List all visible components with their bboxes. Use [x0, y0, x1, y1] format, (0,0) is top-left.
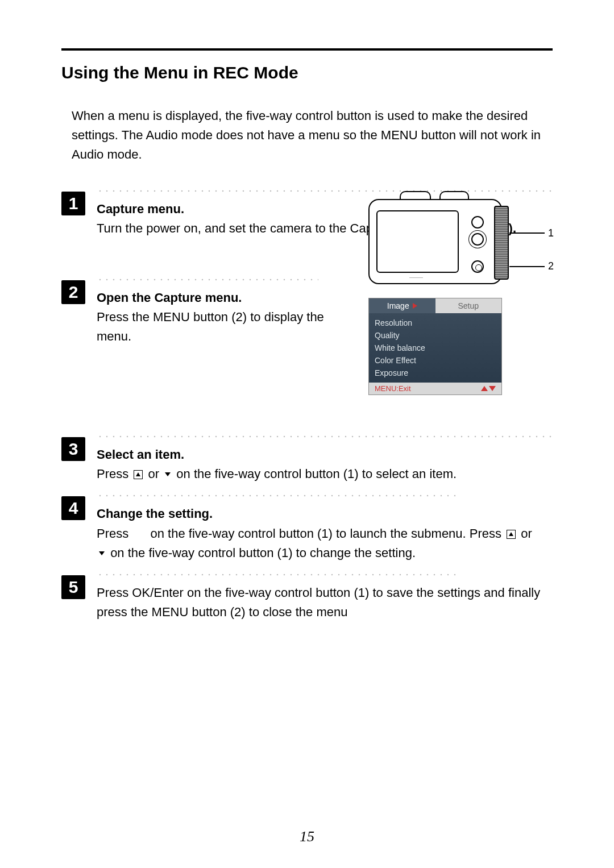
menu-item: Resolution	[375, 317, 496, 329]
camera-menu-button	[471, 260, 484, 273]
step-3-text-pre: Press	[97, 467, 132, 481]
step-5: 5 Press OK/Enter on the five-way control…	[61, 572, 553, 622]
down-arrow-icon	[98, 550, 106, 558]
up-arrow-icon	[134, 470, 143, 479]
menu-item: Exposure	[375, 367, 496, 379]
step-3-text-post: on the five-way control button (1) to se…	[176, 467, 457, 481]
step-1-heading: Capture menu.	[97, 202, 184, 216]
step-4-text-a-or: or	[521, 526, 532, 541]
up-arrow-icon	[507, 530, 516, 539]
right-arrow-icon	[413, 303, 417, 309]
menu-footer-label: MENU:Exit	[375, 384, 411, 393]
step-2-text: Press the MENU button (2) to display the…	[97, 308, 324, 346]
menu-item: Color Effect	[375, 354, 496, 367]
camera-illustration: ——— 1 2	[368, 199, 511, 284]
camera-button-top	[471, 216, 484, 229]
step-2-heading: Open the Capture menu.	[97, 290, 242, 305]
menu-nav-arrows-icon	[481, 384, 496, 393]
page-number: 15	[0, 828, 614, 845]
section-title: Using the Menu in REC Mode	[61, 63, 553, 82]
step-4-number: 4	[61, 496, 85, 520]
step-2-divider	[97, 277, 318, 283]
step-3: 3 Select an item. Press or on the five-w…	[61, 434, 553, 484]
step-3-number: 3	[61, 437, 85, 461]
step-3-heading: Select an item.	[97, 447, 184, 462]
camera-five-way-button	[471, 233, 484, 246]
step-4-divider	[97, 493, 460, 499]
menu-item: Quality	[375, 329, 496, 342]
figure-callout-1: 1	[548, 227, 554, 239]
step-5-number: 5	[61, 575, 85, 599]
menu-item: White balance	[375, 342, 496, 354]
menu-tab-image: Image	[369, 298, 435, 313]
step-4-heading: Change the setting.	[97, 506, 213, 521]
camera-grip	[494, 206, 509, 280]
step-3-divider	[97, 434, 553, 439]
step-5-text: Press OK/Enter on the five-way control b…	[97, 585, 540, 619]
step-4-text-b: on the five-way control button (1) to ch…	[110, 546, 416, 560]
down-arrow-icon	[164, 471, 172, 479]
figure-callout-2: 2	[548, 260, 554, 272]
step-4-text-a-post: on the five-way control button (1) to la…	[150, 526, 505, 541]
step-4: 4 Change the setting. Press on the five-…	[61, 493, 553, 562]
menu-screenshot: Image Setup Resolution Quality White bal…	[368, 298, 502, 395]
intro-paragraph: When a menu is displayed, the five-way c…	[72, 106, 553, 164]
step-4-text-a-pre: Press	[97, 526, 132, 541]
figure: ——— 1 2 Image Setup Resolution Quality W…	[365, 199, 553, 395]
step-3-text-mid: or	[148, 467, 163, 481]
step-2-number: 2	[61, 280, 85, 304]
step-1-divider	[97, 188, 553, 194]
menu-tab-setup: Setup	[435, 298, 502, 313]
step-5-divider	[97, 572, 460, 578]
step-1-number: 1	[61, 192, 85, 215]
